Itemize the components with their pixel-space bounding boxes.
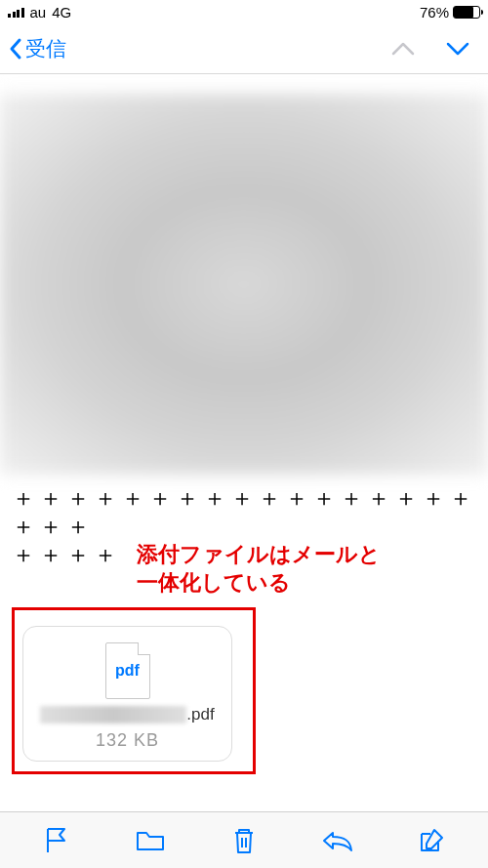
compose-button[interactable] (410, 819, 453, 862)
trash-icon (231, 826, 257, 855)
file-size: 132 KB (96, 730, 159, 751)
back-label: 受信 (25, 35, 66, 62)
annotation-line-2: 一体化している (137, 569, 488, 598)
separator-line-1: ＋＋＋＋＋＋＋＋＋＋＋＋＋＋＋＋＋＋＋＋ (0, 484, 488, 541)
redacted-filename (40, 706, 186, 723)
file-type-label: pdf (115, 662, 140, 680)
status-bar: au 4G 76% (0, 0, 488, 23)
battery-pct: 76% (420, 4, 449, 21)
chevron-left-icon (8, 37, 23, 61)
flag-button[interactable] (35, 819, 78, 862)
pdf-file-icon: pdf (105, 642, 150, 699)
carrier-label: au (30, 4, 47, 21)
flag-icon (43, 826, 70, 855)
back-button[interactable]: 受信 (8, 35, 66, 62)
folder-icon (135, 828, 166, 853)
redacted-message-body (0, 94, 488, 475)
annotation-highlight-box: pdf .pdf 132 KB (12, 607, 256, 774)
attachment-card[interactable]: pdf .pdf 132 KB (22, 626, 232, 762)
reply-button[interactable] (316, 819, 359, 862)
delete-button[interactable] (223, 819, 265, 862)
move-button[interactable] (129, 819, 172, 862)
signal-icon (8, 6, 24, 18)
mail-content: ＋＋＋＋＋＋＋＋＋＋＋＋＋＋＋＋＋＋＋＋ ＋＋＋＋ 添付ファイルはメールと 一体… (0, 74, 488, 811)
compose-icon (417, 826, 446, 855)
prev-message-icon[interactable] (390, 40, 416, 58)
next-message-icon[interactable] (445, 40, 470, 58)
file-extension: .pdf (186, 705, 214, 724)
battery-icon (453, 6, 480, 19)
nav-bar: 受信 (0, 23, 488, 74)
bottom-toolbar (0, 811, 488, 868)
reply-icon (321, 829, 354, 852)
network-label: 4G (52, 4, 71, 21)
annotation-line-1: 添付ファイルはメールと (137, 541, 488, 569)
